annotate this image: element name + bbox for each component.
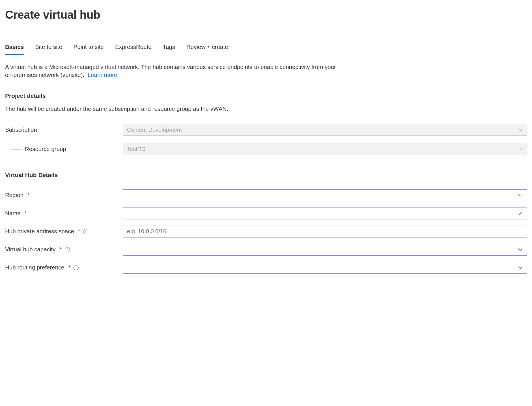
name-label: Name [5,209,21,217]
resource-group-dropdown: TestRG [123,143,527,155]
region-dropdown[interactable] [123,189,527,201]
name-field[interactable] [123,208,527,219]
chevron-down-icon [518,194,523,197]
chevron-down-icon [518,128,523,131]
tab-tags[interactable]: Tags [163,43,175,55]
address-space-field[interactable] [123,226,527,237]
checkmark-icon [518,211,523,215]
page-title: Create virtual hub [5,7,100,23]
required-indicator: * [60,245,62,254]
required-indicator: * [78,227,80,236]
more-actions-button[interactable]: ··· [108,9,114,20]
chevron-down-icon [518,148,523,150]
resource-group-label: Resource group [25,145,66,153]
subscription-label: Subscription [5,126,37,134]
capacity-dropdown[interactable] [123,244,527,256]
routing-pref-label: Hub routing preference [5,264,64,272]
project-details-subtext: The hub will be created under the same s… [5,105,527,113]
info-icon[interactable]: i [74,265,79,270]
learn-more-link[interactable]: Learn more [88,72,117,78]
region-label: Region [5,191,23,199]
info-icon[interactable]: i [65,247,70,252]
tab-point-to-site[interactable]: Point to site [74,43,104,55]
info-icon[interactable]: i [83,229,88,234]
name-input[interactable] [127,210,523,217]
tab-description: A virtual hub is a Microsoft-managed vir… [5,63,344,79]
required-indicator: * [27,191,30,199]
chevron-down-icon [518,248,523,251]
subscription-dropdown: Content Development [123,124,527,136]
tab-expressroute[interactable]: ExpressRoute [115,43,152,55]
address-space-label: Hub private address space [5,227,74,236]
tab-site-to-site[interactable]: Site to site [35,43,62,55]
project-details-heading: Project details [5,92,527,100]
required-indicator: * [68,264,71,272]
capacity-label: Virtual hub capacity [5,245,56,254]
required-indicator: * [25,209,27,217]
tab-basics[interactable]: Basics [5,43,24,55]
address-space-input[interactable] [127,228,523,235]
chevron-down-icon [518,266,523,269]
tab-bar: Basics Site to site Point to site Expres… [5,43,527,55]
tab-review-create[interactable]: Review + create [186,43,228,55]
routing-pref-dropdown[interactable] [123,262,527,274]
vhub-details-heading: Virtual Hub Details [5,171,527,179]
tree-connector-icon [11,134,22,150]
